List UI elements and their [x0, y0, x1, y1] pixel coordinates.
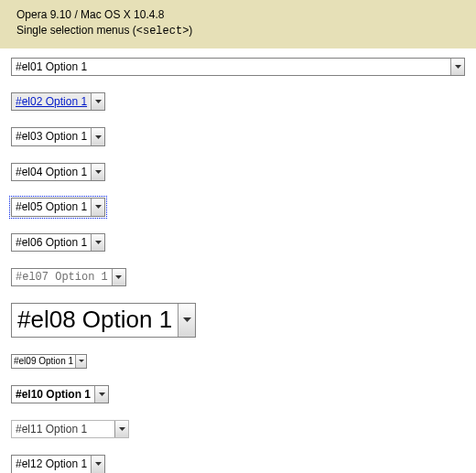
select-el02-value: #el02 Option 1 — [12, 93, 91, 110]
select-el10[interactable]: #el10 Option 1 — [11, 385, 109, 403]
header-line-2: Single selection menus (<select>) — [16, 23, 460, 39]
dropdown-arrow-icon — [91, 128, 104, 145]
select-el01-value: #el01 Option 1 — [12, 59, 450, 75]
page-header: Opera 9.10 / Mac OS X 10.4.8 Single sele… — [0, 0, 476, 48]
select-el05-value: #el05 Option 1 — [12, 199, 91, 215]
select-el12-value: #el12 Option 1 — [12, 456, 91, 472]
select-el11-value: #el11 Option 1 — [12, 421, 114, 437]
header-line-2-pre: Single selection menus ( — [16, 24, 136, 37]
select-el09-value: #el09 Option 1 — [12, 355, 75, 368]
select-el10-value: #el10 Option 1 — [12, 386, 94, 403]
dropdown-arrow-icon — [91, 93, 104, 110]
select-el08-value: #el08 Option 1 — [12, 304, 178, 336]
select-el04[interactable]: #el04 Option 1 — [11, 163, 105, 181]
dropdown-arrow-icon — [91, 234, 104, 251]
select-el01[interactable]: #el01 Option 1 — [11, 58, 465, 76]
header-line-2-post: ) — [189, 24, 192, 37]
select-el03-value: #el03 Option 1 — [12, 128, 91, 145]
select-el06-value: #el06 Option 1 — [12, 234, 91, 251]
dropdown-arrow-icon — [178, 304, 195, 336]
header-line-1: Opera 9.10 / Mac OS X 10.4.8 — [16, 7, 460, 23]
dropdown-arrow-icon — [112, 269, 125, 285]
dropdown-arrow-icon — [114, 421, 128, 437]
dropdown-arrow-icon — [91, 199, 104, 215]
select-el11[interactable]: #el11 Option 1 — [11, 420, 129, 438]
dropdown-arrow-icon — [91, 456, 104, 472]
dropdown-arrow-icon — [75, 355, 86, 368]
select-el09[interactable]: #el09 Option 1 — [11, 354, 87, 369]
header-line-2-code: <select> — [136, 25, 189, 38]
dropdown-arrow-icon — [91, 164, 104, 180]
dropdown-arrow-icon — [94, 386, 108, 403]
select-el03[interactable]: #el03 Option 1 — [11, 127, 105, 145]
select-el02[interactable]: #el02 Option 1 — [11, 92, 105, 111]
select-el08[interactable]: #el08 Option 1 — [11, 303, 196, 337]
select-el12[interactable]: #el12 Option 1 — [11, 455, 105, 473]
select-el04-value: #el04 Option 1 — [12, 164, 91, 180]
select-el07[interactable]: #el07 Option 1 — [11, 268, 126, 286]
dropdown-arrow-icon — [450, 59, 464, 75]
select-el07-value: #el07 Option 1 — [12, 269, 112, 285]
select-el05[interactable]: #el05 Option 1 — [11, 198, 105, 216]
select-el06[interactable]: #el06 Option 1 — [11, 233, 105, 252]
content-area: #el01 Option 1 #el02 Option 1 #el03 Opti… — [0, 48, 476, 473]
